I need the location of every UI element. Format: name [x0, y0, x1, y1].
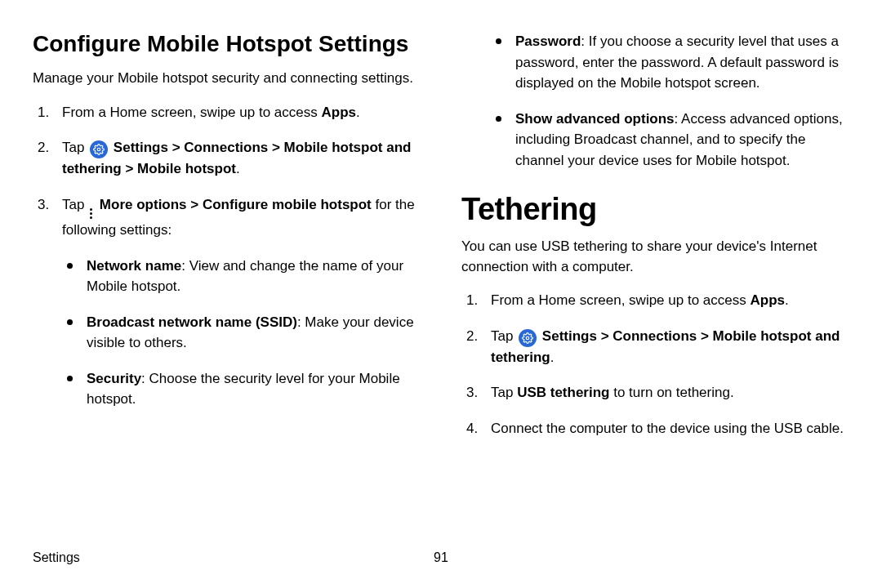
text: to turn on tethering.	[609, 385, 733, 400]
footer-label: Settings	[33, 550, 80, 565]
section-heading-tethering: Tethering	[461, 192, 849, 227]
gear-icon	[519, 329, 537, 347]
step-item: Tap Settings > Connections > Mobile hots…	[461, 326, 849, 368]
text: Connect the computer to the device using…	[491, 421, 844, 436]
step-item: Tap Settings > Connections > Mobile hots…	[33, 137, 421, 180]
text: Tap	[62, 140, 88, 155]
text: .	[785, 292, 789, 308]
page-number: 91	[434, 550, 448, 565]
bold-text: Apps	[321, 105, 356, 120]
steps-list-configure: From a Home screen, swipe up to access A…	[33, 102, 421, 410]
bold-text: Settings > Connections > Mobile hotspot …	[491, 328, 840, 365]
step-item: Connect the computer to the device using…	[461, 418, 849, 439]
more-options-icon	[90, 207, 92, 220]
svg-point-0	[97, 149, 100, 152]
intro-text: You can use USB tethering to share your …	[461, 237, 849, 277]
section-heading-configure: Configure Mobile Hotspot Settings	[33, 31, 421, 57]
step-item: Tap More options > Configure mobile hots…	[33, 194, 421, 410]
text: From a Home screen, swipe up to access	[491, 292, 750, 308]
step-item: Tap USB tethering to turn on tethering.	[461, 382, 849, 403]
continued-bullets: Password: If you choose a security level…	[461, 31, 849, 171]
right-column: Password: If you choose a security level…	[461, 31, 849, 453]
gear-icon	[90, 140, 108, 158]
bullet-item: Broadcast network name (SSID): Make your…	[62, 312, 421, 354]
text: Tap	[491, 385, 517, 400]
steps-list-tethering: From a Home screen, swipe up to access A…	[461, 290, 849, 439]
bold-text: More options > Configure mobile hotspot	[96, 197, 372, 212]
text: From a Home screen, swipe up to access	[62, 105, 321, 120]
bold-text: Network name	[87, 258, 181, 274]
text: .	[550, 350, 555, 365]
bullet-item: Network name: View and change the name o…	[62, 256, 421, 297]
left-column: Configure Mobile Hotspot Settings Manage…	[33, 31, 421, 453]
page-footer: Settings 91	[33, 550, 849, 565]
bold-text: Security	[87, 371, 141, 386]
text: .	[356, 105, 360, 120]
bullet-item: Show advanced options: Access advanced o…	[491, 109, 849, 172]
bold-text: Broadcast network name (SSID)	[87, 314, 297, 330]
bold-text: USB tethering	[517, 385, 609, 400]
step-item: From a Home screen, swipe up to access A…	[461, 290, 849, 311]
intro-text: Manage your Mobile hotspot security and …	[33, 69, 421, 89]
text: .	[236, 161, 240, 176]
text: Tap	[62, 197, 88, 212]
step-item: From a Home screen, swipe up to access A…	[33, 102, 421, 123]
bullet-item: Security: Choose the security level for …	[62, 368, 421, 410]
text: Tap	[491, 328, 517, 344]
svg-point-1	[526, 336, 529, 340]
bold-text: Password	[515, 33, 581, 49]
sub-bullets: Network name: View and change the name o…	[62, 256, 421, 410]
bold-text: Apps	[750, 292, 785, 308]
bold-text: Show advanced options	[515, 111, 675, 127]
bullet-item: Password: If you choose a security level…	[491, 31, 849, 94]
